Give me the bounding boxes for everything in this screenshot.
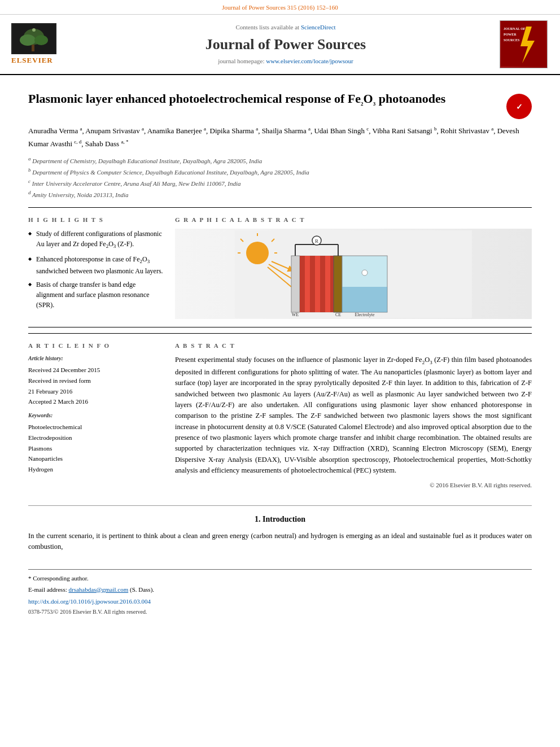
elsevier-tree-image <box>11 23 56 54</box>
svg-rect-28 <box>315 256 320 312</box>
section-divider <box>28 505 532 506</box>
elsevier-text-label: ELSEVIER <box>11 55 53 65</box>
affiliation-a: a Department of Chemistry, Dayalbagh Edu… <box>28 155 532 166</box>
journal-center-info: Contents lists available at ScienceDirec… <box>73 23 498 65</box>
received-date: Received 24 December 2015 <box>28 365 164 375</box>
keyword-1: Photoelectrochemical <box>28 422 164 433</box>
journal-header: ELSEVIER Contents lists available at Sci… <box>0 15 560 75</box>
article-dates: Received 24 December 2015 Received in re… <box>28 365 164 407</box>
elsevier-logo-area: ELSEVIER <box>11 23 73 65</box>
abstract-text: Present experimental study focuses on th… <box>175 355 532 476</box>
svg-rect-23 <box>291 256 300 312</box>
svg-text:JOURNAL OF: JOURNAL OF <box>504 27 526 30</box>
svg-text:Electrolyte: Electrolyte <box>355 312 375 317</box>
graphical-abstract-heading: G R A P H I C A L A B S T R A C T <box>175 216 532 224</box>
svg-rect-30 <box>325 256 330 312</box>
affiliation-b: b Department of Physics & Computer Scien… <box>28 166 532 177</box>
highlights-column: H I G H L I G H T S Study of different c… <box>28 216 164 319</box>
graphical-abstract-image: R WE CE Electrolyte <box>175 229 532 319</box>
journal-title: Journal of Power Sources <box>73 34 498 55</box>
article-body: Plasmonic layer enhanced photoelectroche… <box>0 75 560 627</box>
svg-rect-4 <box>32 45 34 51</box>
abstract-column: A B S T R A C T Present experimental stu… <box>175 342 532 490</box>
svg-point-5 <box>32 28 36 32</box>
issn-text: 0378-7753/© 2016 Elsevier B.V. All right… <box>28 608 532 616</box>
article-info-abstract-section: A R T I C L E I N F O Article history: R… <box>28 333 532 497</box>
accepted-date: Accepted 2 March 2016 <box>28 396 164 407</box>
svg-rect-26 <box>305 256 310 312</box>
author-email-link[interactable]: drsahabdas@gmail.com <box>68 586 128 593</box>
corresponding-author-note: * Corresponding author. <box>28 574 532 583</box>
svg-rect-29 <box>320 256 325 312</box>
copyright-notice: © 2016 Elsevier B.V. All rights reserved… <box>175 481 532 490</box>
journal-homepage: journal homepage: www.elsevier.com/locat… <box>73 57 498 65</box>
article-title-text: Plasmonic layer enhanced photoelectroche… <box>28 91 501 108</box>
svg-point-2 <box>20 34 36 46</box>
email-line: E-mail address: drsahabdas@gmail.com (S.… <box>28 586 532 594</box>
authors-block: Anuradha Verma a, Anupam Srivastav a, An… <box>28 125 532 150</box>
revised-date: Received in revised form21 February 2016 <box>28 375 164 396</box>
journal-citation: Journal of Power Sources 315 (2016) 152–… <box>222 4 338 11</box>
svg-point-35 <box>362 270 368 276</box>
article-info-column: A R T I C L E I N F O Article history: R… <box>28 342 164 490</box>
svg-rect-32 <box>334 256 342 312</box>
svg-rect-31 <box>330 256 334 312</box>
highlight-item-2: Enhanced photoresponse in case of Fe2O3 … <box>28 254 164 276</box>
journal-top-bar: Journal of Power Sources 315 (2016) 152–… <box>0 0 560 15</box>
svg-point-14 <box>246 242 269 264</box>
contents-available: Contents lists available at ScienceDirec… <box>73 23 498 32</box>
highlights-heading: H I G H L I G H T S <box>28 216 164 224</box>
svg-rect-25 <box>300 256 305 312</box>
keyword-4: Nanoparticles <box>28 453 164 464</box>
affiliation-c: c Inter University Accelerator Centre, A… <box>28 177 532 189</box>
keywords-list: Photoelectrochemical Electrodeposition P… <box>28 422 164 474</box>
keyword-3: Plasmons <box>28 443 164 454</box>
affiliations-block: a Department of Chemistry, Dayalbagh Edu… <box>28 155 532 200</box>
svg-text:POWER: POWER <box>504 33 517 36</box>
footer-section: * Corresponding author. E-mail address: … <box>28 569 532 615</box>
article-info-heading: A R T I C L E I N F O <box>28 342 164 350</box>
svg-text:WE: WE <box>292 312 299 317</box>
introduction-text: In the current scenario, it is pertinent… <box>28 531 532 553</box>
affiliation-d: d Amity University, Noida 201313, India <box>28 189 532 200</box>
abstract-heading: A B S T R A C T <box>175 342 532 350</box>
homepage-link[interactable]: www.elsevier.com/locate/jpowsour <box>266 58 353 64</box>
email-author-note: (S. Dass). <box>130 586 154 593</box>
keywords-label: Keywords: <box>28 412 164 420</box>
highlight-item-3: Basis of charge transfer is band edge al… <box>28 279 164 310</box>
journal-cover-thumbnail: JOURNAL OF POWER SOURCES <box>498 20 549 68</box>
keyword-5: Hydrogen <box>28 464 164 475</box>
sciencedirect-link[interactable]: ScienceDirect <box>301 24 336 30</box>
svg-point-3 <box>34 35 48 45</box>
introduction-heading: 1. Introduction <box>28 514 532 525</box>
journal-cover-image: JOURNAL OF POWER SOURCES <box>500 20 548 68</box>
svg-rect-34 <box>342 287 387 312</box>
svg-rect-27 <box>310 256 315 312</box>
introduction-section: 1. Introduction In the current scenario,… <box>28 514 532 552</box>
highlights-list: Study of different configurations of pla… <box>28 229 164 310</box>
article-title-block: Plasmonic layer enhanced photoelectroche… <box>28 91 532 119</box>
highlight-item-1: Study of different configurations of pla… <box>28 229 164 251</box>
keyword-2: Electrodeposition <box>28 433 164 443</box>
svg-text:R: R <box>315 238 318 244</box>
svg-text:✓: ✓ <box>516 103 523 111</box>
graphical-abstract-column: G R A P H I C A L A B S T R A C T <box>175 216 532 319</box>
svg-text:CE: CE <box>335 312 341 317</box>
article-history-label: Article history: <box>28 355 164 362</box>
highlights-graphical-section: H I G H L I G H T S Study of different c… <box>28 207 532 327</box>
crossmark-badge[interactable]: ✓ <box>506 94 532 119</box>
svg-text:SOURCES: SOURCES <box>504 38 520 42</box>
doi-link[interactable]: http://dx.doi.org/10.1016/j.jpowsour.201… <box>28 598 151 605</box>
